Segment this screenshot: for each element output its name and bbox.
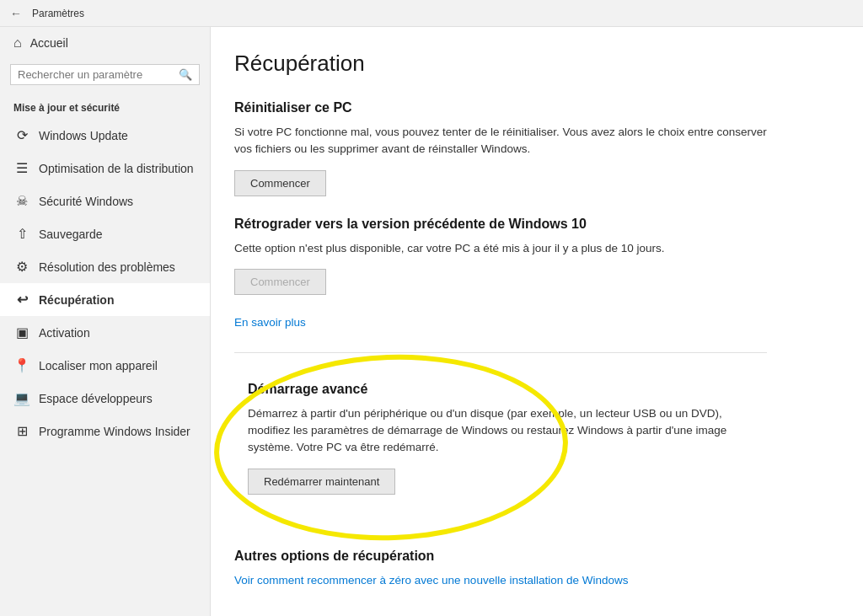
advanced-heading: Démarrage avancé [248, 382, 753, 397]
section-heading-reinitialiser: Réinitialiser ce PC [234, 100, 767, 115]
sidebar-item-label: Programme Windows Insider [39, 425, 190, 438]
search-icon: 🔍 [179, 68, 192, 81]
sidebar-item-label: Optimisation de la distribution [39, 162, 194, 175]
restart-now-button[interactable]: Redémarrer maintenant [248, 469, 395, 495]
section-heading-retrograder: Rétrograder vers la version précédente d… [234, 217, 767, 232]
sidebar: ⌂ Accueil 🔍 Mise à jour et sécurité ⟳ Wi… [0, 0, 211, 616]
windows-update-icon: ⟳ [13, 127, 30, 143]
sidebar-home-label: Accueil [30, 36, 68, 50]
sidebar-item-windows-update[interactable]: ⟳ Windows Update [0, 119, 210, 152]
sidebar-item-label: Activation [39, 326, 90, 340]
titlebar: ← Paramètres [0, 0, 863, 27]
search-input[interactable] [18, 68, 175, 81]
sidebar-item-recuperation[interactable]: ↩ Récupération [0, 283, 210, 316]
sidebar-item-activation[interactable]: ▣ Activation [0, 316, 210, 349]
sidebar-item-securite[interactable]: ☠ Sécurité Windows [0, 185, 210, 217]
insider-icon: ⊞ [13, 423, 30, 439]
sidebar-item-label: Windows Update [39, 129, 128, 142]
sauvegarde-icon: ⇧ [13, 226, 30, 242]
learn-more-link[interactable]: En savoir plus [234, 316, 306, 329]
sidebar-item-developpeurs[interactable]: 💻 Espace développeurs [0, 382, 210, 415]
optimisation-icon: ☰ [13, 160, 30, 176]
section-desc-retrograder: Cette option n'est plus disponible, car … [234, 240, 767, 257]
commencer-button-1[interactable]: Commencer [234, 170, 326, 196]
sidebar-item-label: Sécurité Windows [39, 195, 133, 208]
shield-icon: ☠ [13, 193, 30, 209]
page-title: Récupération [234, 51, 767, 77]
sidebar-home[interactable]: ⌂ Accueil [0, 27, 210, 59]
resolution-icon: ⚙ [13, 259, 30, 275]
activation-icon: ▣ [13, 324, 30, 340]
titlebar-title: Paramètres [32, 8, 84, 19]
home-icon: ⌂ [13, 35, 22, 51]
advanced-desc: Démarrez à partir d'un périphérique ou d… [248, 405, 753, 457]
section-desc-reinitialiser: Si votre PC fonctionne mal, vous pouvez … [234, 124, 767, 158]
sidebar-item-optimisation[interactable]: ☰ Optimisation de la distribution [0, 152, 210, 185]
sidebar-item-label: Espace développeurs [39, 392, 153, 405]
commencer-button-2[interactable]: Commencer [234, 269, 326, 295]
divider [234, 352, 767, 353]
sidebar-item-label: Localiser mon appareil [39, 359, 158, 372]
sidebar-item-sauvegarde[interactable]: ⇧ Sauvegarde [0, 217, 210, 250]
sidebar-item-label: Résolution des problèmes [39, 260, 175, 274]
sidebar-item-localiser[interactable]: 📍 Localiser mon appareil [0, 349, 210, 382]
back-button[interactable]: ← [10, 7, 22, 20]
sidebar-item-resolution[interactable]: ⚙ Résolution des problèmes [0, 250, 210, 283]
reinstall-link[interactable]: Voir comment recommencer à zéro avec une… [234, 574, 628, 587]
sidebar-item-label: Récupération [39, 293, 114, 307]
search-box[interactable]: 🔍 [10, 64, 200, 85]
dev-icon: 💻 [13, 390, 30, 406]
advanced-section-content: Démarrage avancé Démarrez à partir d'un … [234, 370, 767, 528]
sidebar-item-insider[interactable]: ⊞ Programme Windows Insider [0, 415, 210, 447]
location-icon: 📍 [13, 357, 30, 373]
main-content: Récupération Réinitialiser ce PC Si votr… [211, 0, 863, 616]
recuperation-icon: ↩ [13, 292, 30, 308]
other-options-heading: Autres options de récupération [234, 549, 767, 564]
sidebar-section-title: Mise à jour et sécurité [0, 95, 210, 119]
sidebar-item-label: Sauvegarde [39, 228, 103, 241]
advanced-startup-section: Démarrage avancé Démarrez à partir d'un … [234, 370, 767, 528]
